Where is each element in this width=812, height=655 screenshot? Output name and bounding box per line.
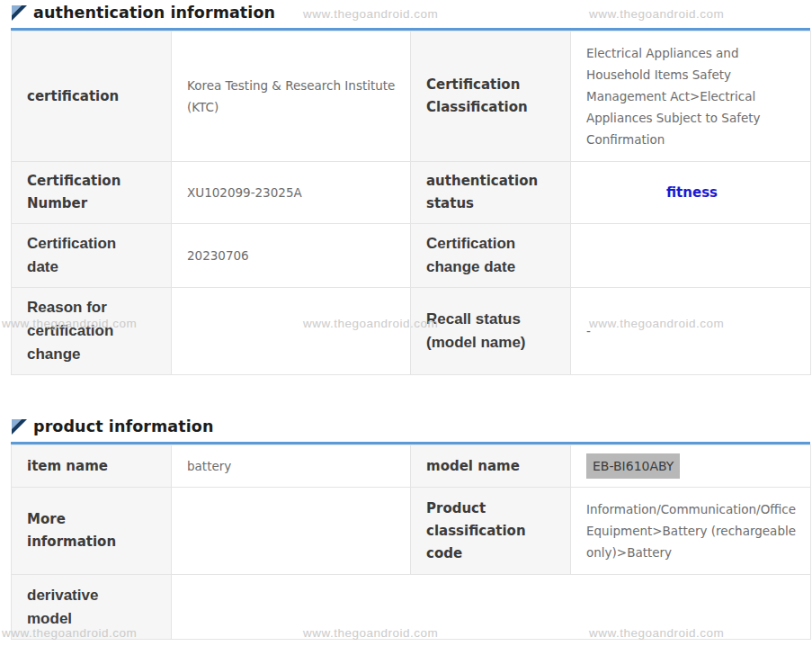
product-section-title: product information: [33, 417, 214, 435]
item-name-label: item name: [12, 445, 172, 488]
table-row-certification-date: Certification date 20230706 Certificatio…: [12, 224, 811, 288]
more-information-label: More information: [12, 488, 172, 575]
authentication-section-title: authentication information: [33, 4, 275, 22]
product-table: item name battery model name EB-BI610ABY…: [11, 444, 811, 640]
reason-for-change-label: Reason for certification change: [12, 288, 172, 375]
authentication-table: certification Korea Testing & Research I…: [11, 31, 811, 375]
certification-number-value: XU102099-23025A: [172, 162, 411, 224]
table-row-reason-recall: Reason for certification change Recall s…: [12, 288, 811, 375]
table-row-certification-number: Certification Number XU102099-23025A aut…: [12, 162, 811, 224]
model-name-value: EB-BI610ABY: [586, 453, 680, 479]
certification-date-value: 20230706: [172, 224, 411, 288]
model-name-cell: EB-BI610ABY: [571, 445, 811, 488]
certification-change-date-value: [571, 224, 811, 288]
item-name-value: battery: [172, 445, 411, 488]
table-row-item-model: item name battery model name EB-BI610ABY: [12, 445, 811, 488]
certification-change-date-label: Certification change date: [411, 224, 571, 288]
table-row-more-info-classification: More information Product classification …: [12, 488, 811, 575]
certification-page: { "watermark": { "text": "www.thegoandro…: [0, 0, 812, 655]
product-classification-code-value: Information/Communication/Office Equipme…: [571, 488, 811, 575]
authentication-status-cell: fitness: [571, 162, 811, 224]
authentication-section-header: authentication information: [0, 4, 812, 22]
product-section-header: product information: [0, 417, 812, 435]
authentication-status-label: authentication status: [411, 162, 571, 224]
recall-status-value: -: [571, 288, 811, 375]
certification-classification-label: Certification Classification: [411, 31, 571, 162]
more-information-value: [172, 488, 411, 575]
certification-classification-value: Electrical Appliances and Household Item…: [571, 31, 811, 162]
derivative-model-label: derivative model: [12, 575, 172, 640]
certification-number-label: Certification Number: [12, 162, 172, 224]
table-row-certification: certification Korea Testing & Research I…: [12, 31, 811, 162]
certification-label: certification: [12, 31, 172, 162]
section-bullet-icon: [12, 5, 27, 21]
table-row-derivative-model: derivative model: [12, 575, 811, 640]
certification-value: Korea Testing & Research Institute (KTC): [172, 31, 411, 162]
reason-for-change-value: [172, 288, 411, 375]
section-bullet-icon: [12, 419, 27, 435]
recall-status-label: Recall status (model name): [411, 288, 571, 375]
model-name-label: model name: [411, 445, 571, 488]
authentication-status-value: fitness: [666, 184, 718, 201]
product-classification-code-label: Product classification code: [411, 488, 571, 575]
certification-date-label: Certification date: [12, 224, 172, 288]
derivative-model-value: [172, 575, 811, 640]
